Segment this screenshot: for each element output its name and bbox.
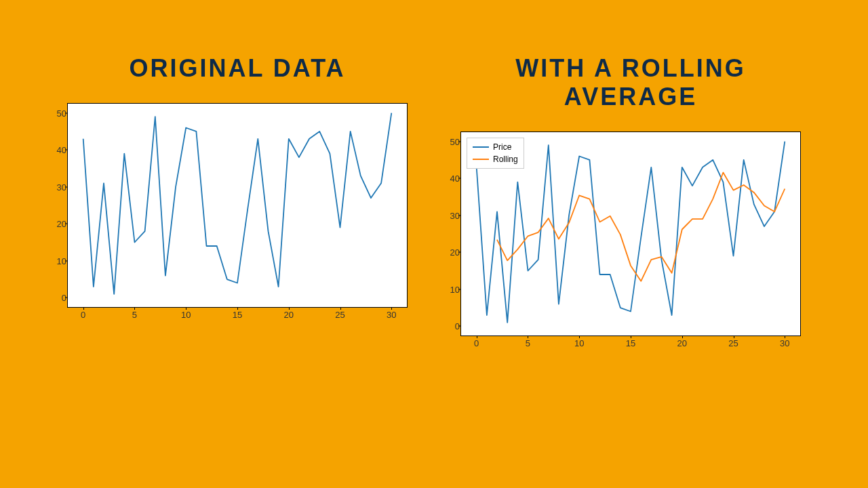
legend-item-rolling: Rolling xyxy=(473,153,518,165)
charts-container: ORIGINAL DATA 01020304050 051015202530 W… xyxy=(0,0,868,336)
legend-swatch-price xyxy=(473,146,489,148)
legend: Price Rolling xyxy=(467,138,524,169)
left-chart-title: ORIGINAL DATA xyxy=(61,54,414,83)
left-y-axis: 01020304050 xyxy=(47,104,66,307)
right-y-axis: 01020304050 xyxy=(441,132,460,336)
legend-item-price: Price xyxy=(473,141,518,153)
right-x-axis: 051015202530 xyxy=(461,337,800,350)
right-panel: WITH A ROLLING AVERAGE Price Rolling 010… xyxy=(454,54,807,336)
right-chart-title: WITH A ROLLING AVERAGE xyxy=(454,54,807,111)
left-panel: ORIGINAL DATA 01020304050 051015202530 xyxy=(61,54,414,336)
legend-label-price: Price xyxy=(493,141,511,153)
left-chart: 01020304050 051015202530 xyxy=(67,103,408,308)
left-chart-svg xyxy=(68,104,407,307)
legend-label-rolling: Rolling xyxy=(493,153,518,165)
left-x-axis: 051015202530 xyxy=(68,308,407,322)
right-chart: Price Rolling 01020304050 051015202530 xyxy=(460,131,801,336)
legend-swatch-rolling xyxy=(473,159,489,160)
